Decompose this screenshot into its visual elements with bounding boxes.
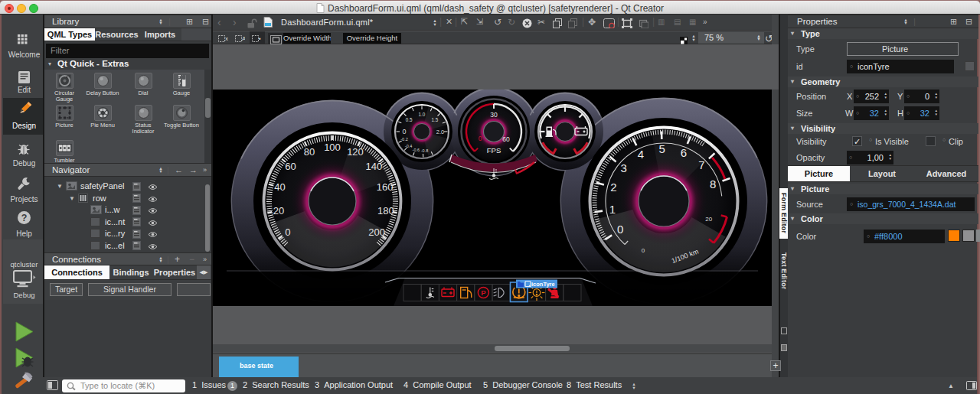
- svg-text:140: 140: [366, 161, 383, 172]
- svg-text:100: 100: [324, 142, 341, 153]
- svg-text:20: 20: [273, 205, 284, 217]
- svg-text:?: ?: [21, 213, 28, 223]
- svg-text:0: 0: [285, 226, 290, 238]
- svg-text:0: 0: [402, 128, 406, 135]
- svg-text:5: 5: [659, 142, 665, 155]
- svg-text:20: 20: [705, 216, 712, 223]
- svg-text:4: 4: [638, 148, 644, 161]
- svg-text:3: 3: [620, 161, 626, 174]
- svg-text:0: 0: [617, 223, 623, 236]
- svg-text:FPS: FPS: [487, 146, 501, 155]
- svg-text:1.0: 1.0: [419, 112, 426, 117]
- svg-text:120: 120: [347, 146, 364, 158]
- svg-text:1: 1: [609, 203, 616, 216]
- svg-text:2.0: 2.0: [436, 129, 444, 135]
- svg-text:-0.8: -0.8: [421, 148, 428, 153]
- svg-text:200: 200: [368, 226, 385, 238]
- svg-text:160: 160: [377, 181, 394, 193]
- svg-text:30: 30: [490, 111, 498, 119]
- svg-text:8: 8: [710, 177, 716, 190]
- svg-text:60: 60: [502, 135, 510, 143]
- svg-text:60: 60: [285, 161, 296, 172]
- svg-text:6: 6: [681, 146, 687, 159]
- svg-text:-0.4: -0.4: [405, 144, 412, 148]
- svg-text:80: 80: [304, 146, 315, 158]
- svg-text:0: 0: [479, 135, 482, 142]
- svg-text:-0.6: -0.6: [413, 148, 420, 152]
- svg-text:P: P: [481, 288, 486, 297]
- svg-text:▪: ▪: [259, 35, 261, 42]
- svg-text:40: 40: [274, 181, 285, 193]
- svg-text:180: 180: [377, 205, 394, 217]
- svg-text:2: 2: [610, 181, 616, 194]
- svg-text:x: x: [225, 35, 228, 42]
- svg-text:A: A: [242, 35, 245, 42]
- svg-text:7: 7: [698, 158, 704, 171]
- svg-text:iconTyre: iconTyre: [531, 281, 555, 288]
- svg-text:0: 0: [642, 247, 645, 254]
